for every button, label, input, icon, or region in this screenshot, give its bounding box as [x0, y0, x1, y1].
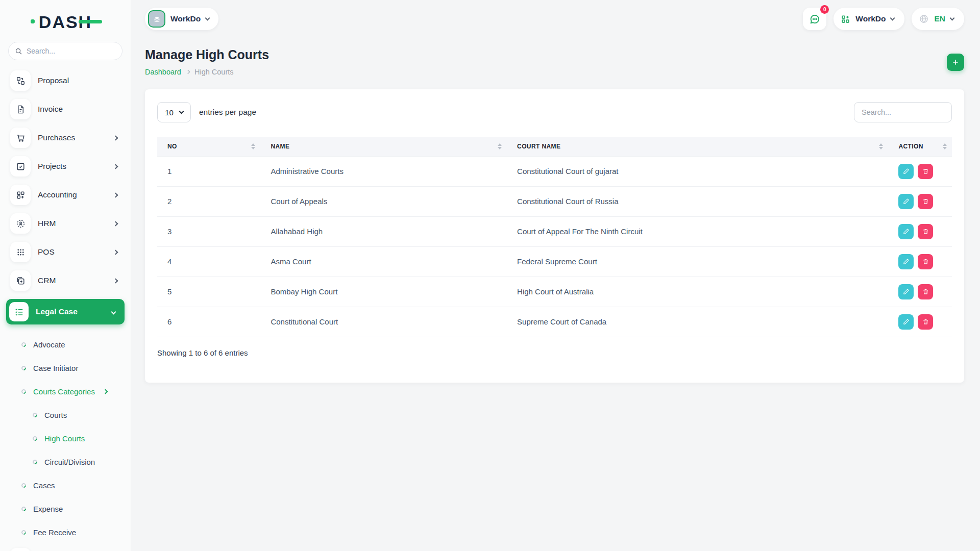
table-controls: 10 entries per page — [157, 102, 952, 122]
table-row: 2 Court of Appeals Constitutional Court … — [157, 186, 952, 216]
main-content: WorkDo 0 WorkDo EN Manage High Courts — [131, 0, 980, 551]
language-menu[interactable]: EN — [912, 8, 964, 30]
delete-button[interactable] — [918, 164, 933, 179]
chevron-down-icon — [890, 16, 895, 21]
sidebar-subitem-advocate[interactable]: Advocate — [6, 333, 125, 356]
table-row: 5 Bombay High Court High Court of Austra… — [157, 277, 952, 307]
edit-button[interactable] — [898, 224, 914, 239]
plus-icon — [951, 58, 960, 66]
bullet-icon — [20, 506, 27, 512]
sidebar-item-invoice[interactable]: Invoice — [6, 99, 125, 119]
edit-button[interactable] — [898, 314, 914, 330]
sidebar-item-pos[interactable]: POS — [6, 242, 125, 262]
sidebar-item-legal-case[interactable]: Legal Case — [6, 299, 125, 324]
column-header-action[interactable]: ACTION — [888, 137, 952, 156]
delete-button[interactable] — [918, 314, 933, 330]
entries-summary: Showing 1 to 6 of 6 entries — [157, 348, 952, 357]
bullet-icon — [32, 435, 38, 442]
entries-per-page-select[interactable]: 10 — [157, 102, 191, 122]
sidebar-item-label: HRM — [38, 219, 107, 228]
cell-name: Allahabad High — [260, 216, 507, 246]
sidebar-item-crm[interactable]: CRM — [6, 270, 125, 291]
breadcrumb-dashboard-link[interactable]: Dashboard — [145, 68, 181, 76]
table-header-row: NO NAME COURT NAME ACTION — [157, 137, 952, 156]
sidebar-subitem-circuit-division[interactable]: Circuit/Division — [6, 450, 125, 473]
column-header-name[interactable]: NAME — [260, 137, 507, 156]
trash-icon — [922, 318, 929, 325]
delete-button[interactable] — [918, 254, 933, 269]
add-high-court-button[interactable] — [947, 54, 964, 71]
chevron-right-icon — [113, 192, 118, 197]
cell-no: 4 — [157, 246, 260, 277]
sidebar-item-purchases[interactable]: Purchases — [6, 128, 125, 148]
trash-icon — [922, 228, 929, 235]
sidebar-subitem-expense[interactable]: Expense — [6, 497, 125, 520]
subitem-label: Fee Receive — [33, 528, 125, 537]
sidebar-item-proposal[interactable]: Proposal — [6, 70, 125, 91]
bullet-icon — [32, 412, 38, 418]
edit-button[interactable] — [898, 164, 914, 179]
chevron-down-icon — [205, 16, 210, 21]
invoice-icon — [16, 105, 26, 114]
breadcrumb-current: High Courts — [194, 68, 234, 76]
subitem-label: Courts — [44, 411, 125, 419]
sidebar-subitem-case-initiator[interactable]: Case Initiator — [6, 356, 125, 380]
pencil-icon — [903, 288, 910, 295]
subitem-label: Circuit/Division — [44, 458, 125, 466]
messages-button[interactable]: 0 — [803, 8, 826, 30]
sidebar-item-messenger[interactable]: Messenger — [6, 548, 125, 551]
sidebar-subitem-cases[interactable]: Cases — [6, 473, 125, 497]
pos-icon — [16, 247, 26, 257]
sidebar-item-label: Invoice — [38, 105, 120, 114]
delete-button[interactable] — [918, 194, 933, 209]
delete-button[interactable] — [918, 224, 933, 239]
sidebar-subitem-courts[interactable]: Courts — [6, 403, 125, 427]
high-courts-table: NO NAME COURT NAME ACTION 1 Administrati… — [157, 137, 952, 337]
sort-icon — [879, 143, 883, 149]
cell-no: 5 — [157, 277, 260, 307]
sort-icon — [251, 143, 255, 149]
sidebar-item-hrm[interactable]: HRM — [6, 213, 125, 234]
sidebar-item-label: Proposal — [38, 76, 120, 85]
sidebar-search — [8, 42, 122, 60]
globe-icon — [919, 14, 929, 24]
sidebar-item-accounting[interactable]: Accounting — [6, 185, 125, 205]
table-search-input[interactable] — [854, 102, 952, 122]
chevron-right-icon — [113, 278, 118, 283]
cell-name: Administrative Courts — [260, 156, 507, 186]
company-name: WorkDo — [855, 14, 886, 23]
sidebar-item-label: Projects — [38, 162, 107, 171]
sidebar-subitem-courts-categories[interactable]: Courts Categories — [6, 380, 125, 403]
legal-case-icon — [14, 307, 24, 317]
bullet-icon — [20, 388, 27, 395]
workspace-switcher[interactable]: WorkDo — [145, 8, 218, 30]
table-row: 3 Allahabad High Court of Appeal For The… — [157, 216, 952, 246]
chevron-right-icon — [103, 389, 108, 394]
company-menu[interactable]: WorkDo — [834, 8, 904, 30]
subitem-label: High Courts — [44, 434, 125, 443]
pencil-icon — [903, 168, 910, 174]
sidebar-subitem-fee-receive[interactable]: Fee Receive — [6, 520, 125, 544]
breadcrumb: Dashboard High Courts — [145, 68, 269, 76]
edit-button[interactable] — [898, 194, 914, 209]
language-code: EN — [934, 14, 945, 23]
bullet-icon — [20, 529, 27, 536]
edit-button[interactable] — [898, 254, 914, 269]
search-icon — [15, 47, 22, 55]
sidebar-search-input[interactable] — [27, 47, 103, 55]
cell-name: Constitutional Court — [260, 307, 507, 337]
hrm-icon — [16, 219, 26, 229]
cell-court-name: Supreme Court of Canada — [507, 307, 888, 337]
brand-logo[interactable]: DASH — [0, 11, 131, 33]
sidebar-item-projects[interactable]: Projects — [6, 156, 125, 177]
column-header-no[interactable]: NO — [157, 137, 260, 156]
delete-button[interactable] — [918, 284, 933, 299]
pencil-icon — [903, 198, 910, 205]
building-icon — [153, 15, 161, 23]
crm-icon — [16, 276, 26, 286]
edit-button[interactable] — [898, 284, 914, 299]
column-header-court-name[interactable]: COURT NAME — [507, 137, 888, 156]
bullet-icon — [32, 459, 38, 465]
sidebar-subitem-high-courts[interactable]: High Courts — [6, 427, 125, 450]
table-row: 6 Constitutional Court Supreme Court of … — [157, 307, 952, 337]
